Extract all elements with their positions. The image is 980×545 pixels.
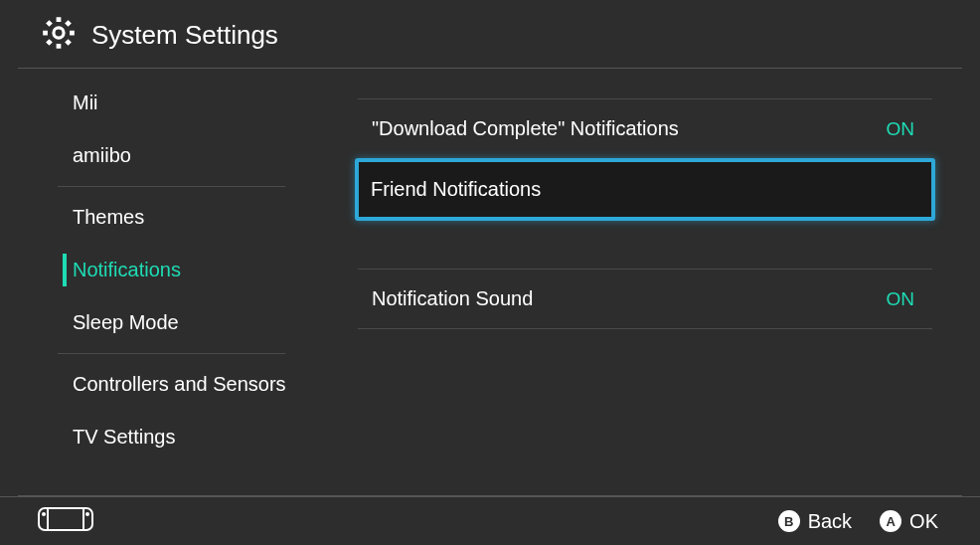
- header: System Settings: [0, 0, 980, 68]
- sidebar-item-label: Themes: [73, 206, 144, 228]
- a-button-icon: A: [880, 510, 901, 532]
- content: Mii amiibo Themes Notifications Sleep Mo…: [0, 69, 980, 504]
- svg-rect-2: [48, 508, 83, 530]
- setting-friend-notifications[interactable]: Friend Notifications: [355, 158, 935, 221]
- svg-point-3: [42, 512, 46, 516]
- footer: B Back A OK: [0, 496, 980, 545]
- sidebar-item-sleep-mode[interactable]: Sleep Mode: [18, 296, 313, 349]
- setting-download-complete[interactable]: "Download Complete" Notifications ON: [358, 98, 932, 158]
- sidebar-item-mii[interactable]: Mii: [18, 77, 313, 129]
- sidebar-item-label: Mii: [73, 91, 98, 113]
- gear-icon: [40, 14, 78, 56]
- back-button[interactable]: B Back: [778, 510, 852, 533]
- sidebar-item-label: Controllers and Sensors: [73, 373, 286, 395]
- section-gap: [358, 221, 932, 269]
- setting-label: "Download Complete" Notifications: [372, 117, 679, 140]
- sidebar: Mii amiibo Themes Notifications Sleep Mo…: [0, 69, 313, 504]
- ok-button[interactable]: A OK: [880, 510, 938, 533]
- svg-point-0: [54, 28, 64, 38]
- sidebar-item-notifications[interactable]: Notifications: [18, 244, 313, 296]
- sidebar-item-amiibo[interactable]: amiibo: [18, 129, 313, 182]
- back-label: Back: [808, 510, 852, 533]
- sidebar-divider: [58, 186, 285, 187]
- sidebar-divider: [58, 353, 285, 354]
- svg-point-4: [85, 512, 89, 516]
- sidebar-item-label: Sleep Mode: [73, 311, 179, 333]
- sidebar-item-themes[interactable]: Themes: [18, 191, 313, 244]
- sidebar-item-label: TV Settings: [73, 426, 175, 448]
- sidebar-item-label: amiibo: [73, 144, 131, 166]
- setting-notification-sound[interactable]: Notification Sound ON: [358, 269, 932, 329]
- sidebar-item-label: Notifications: [73, 259, 181, 280]
- footer-buttons: B Back A OK: [778, 510, 938, 533]
- setting-label: Friend Notifications: [371, 178, 541, 201]
- setting-value: ON: [887, 288, 919, 310]
- sidebar-item-tv-settings[interactable]: TV Settings: [18, 411, 313, 463]
- sidebar-item-controllers[interactable]: Controllers and Sensors: [18, 358, 313, 411]
- b-button-icon: B: [778, 510, 800, 532]
- setting-value: ON: [887, 118, 919, 140]
- controller-icon: [38, 507, 93, 535]
- setting-label: Notification Sound: [372, 287, 533, 310]
- page-title: System Settings: [91, 20, 278, 51]
- main-panel: "Download Complete" Notifications ON Fri…: [313, 69, 980, 504]
- ok-label: OK: [909, 510, 938, 533]
